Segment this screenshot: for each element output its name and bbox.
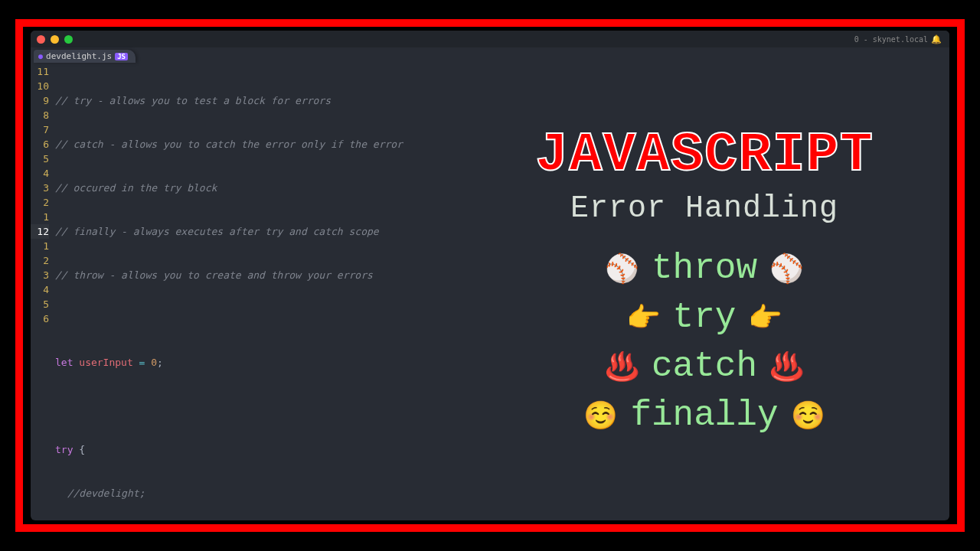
code-comment: // throw - allows you to create and thro…: [55, 269, 373, 281]
titlebar: 0 - skynet.local 🔔: [31, 31, 949, 47]
window-controls: [37, 35, 73, 44]
code-blank: [55, 399, 949, 413]
minimize-icon[interactable]: [51, 35, 59, 44]
code-area[interactable]: // try - allows you to test a block for …: [55, 63, 949, 520]
editor-body[interactable]: 11 10 9 8 7 6 5 4 3 2 1 12 1 2 3 4 5 6 /…: [31, 63, 949, 520]
editor-window: 0 - skynet.local 🔔 ● devdelight.js JS 11…: [31, 31, 949, 520]
code-blank: [55, 311, 949, 326]
code-comment: // try - allows you to test a block for …: [55, 95, 331, 106]
status-right: 0 - skynet.local 🔔: [854, 34, 942, 44]
tab-filename: devdelight.js: [46, 51, 112, 61]
tab-modified-icon: ●: [38, 52, 43, 60]
status-text: 0 - skynet.local: [854, 35, 928, 44]
tab-lang-badge: JS: [115, 53, 128, 60]
close-icon[interactable]: [37, 35, 45, 44]
bell-icon[interactable]: 🔔: [931, 34, 942, 44]
code-line: //devdelight;: [55, 486, 949, 500]
line-number-gutter: 11 10 9 8 7 6 5 4 3 2 1 12 1 2 3 4 5 6: [31, 63, 55, 520]
code-comment: // occured in the try block: [55, 182, 217, 194]
frame-border: 0 - skynet.local 🔔 ● devdelight.js JS 11…: [15, 19, 965, 532]
tab-file[interactable]: ● devdelight.js JS: [34, 50, 136, 63]
code-comment: // catch - allows you to catch the error…: [55, 139, 403, 150]
code-line: try {: [55, 442, 949, 457]
code-line: let userInput = 0;: [55, 355, 949, 370]
code-comment: // finally - always executes after try a…: [55, 226, 379, 237]
tabbar: ● devdelight.js JS: [31, 47, 949, 63]
maximize-icon[interactable]: [64, 35, 73, 44]
